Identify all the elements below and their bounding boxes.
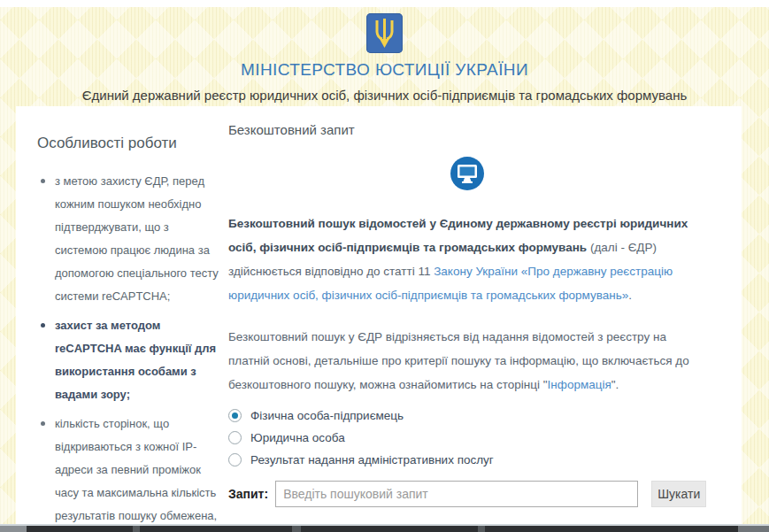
sidebar-title: Особливості роботи [37,135,219,152]
radio-admin-services-result[interactable]: Результат надання адміністративних послу… [228,453,706,466]
query-label: Запит: [228,487,268,501]
monitor-icon [450,157,484,190]
radio-label: Результат надання адміністративних послу… [250,453,494,466]
search-row: Запит: Шукати [228,481,706,507]
content-card: Особливості роботи з метою захисту ЄДР, … [16,106,742,526]
site-title: МІНІСТЕРСТВО ЮСТИЦІЇ УКРАЇНИ [0,60,769,80]
page-title: Безкоштовний запит [228,122,706,137]
search-input[interactable] [275,481,638,507]
info-paragraph: Безкоштовний пошук у ЄДР відрізняється в… [228,325,706,397]
radio-label: Юридична особа [250,431,345,444]
sidebar-note: кількість сторінок, що відкриваються з к… [37,412,219,532]
search-button[interactable]: Шукати [651,481,706,507]
bottom-bar [0,526,769,532]
radio-individual-entrepreneur[interactable]: Фізична особа-підприємець [228,409,706,422]
main-panel: Безкоштовний запит Безкоштовний пошук ві… [228,122,706,507]
radio-legal-entity[interactable]: Юридична особа [228,431,706,444]
intro-text-end: . [628,289,632,302]
info-text: Безкоштовний пошук у ЄДР відрізняється в… [228,330,689,391]
sidebar-note: з метою захисту ЄДР, перед кожним пошуко… [37,170,219,308]
radio-label: Фізична особа-підприємець [250,409,404,422]
sidebar-notes-list: з метою захисту ЄДР, перед кожним пошуко… [37,170,219,532]
ukraine-trident-icon [366,13,403,53]
search-type-radio-group: Фізична особа-підприємець Юридична особа… [228,409,706,466]
information-link[interactable]: Інформація [548,378,611,391]
sidebar-note: захист за методом reCAPTCHA має функції … [37,314,219,406]
radio-button-icon[interactable] [228,409,242,422]
site-header: МІНІСТЕРСТВО ЮСТИЦІЇ УКРАЇНИ Єдиний держ… [0,7,769,103]
intro-paragraph: Безкоштовний пошук відомостей у Єдиному … [228,212,706,307]
radio-button-icon[interactable] [228,431,242,444]
site-subtitle: Єдиний державний реєстр юридичних осіб, … [0,88,769,103]
info-text-end: ". [611,378,619,391]
icon-row [228,157,706,194]
sidebar: Особливості роботи з метою захисту ЄДР, … [37,135,219,532]
radio-button-icon[interactable] [228,453,242,466]
page: МІНІСТЕРСТВО ЮСТИЦІЇ УКРАЇНИ Єдиний держ… [0,0,769,532]
top-white-strip [0,0,769,7]
